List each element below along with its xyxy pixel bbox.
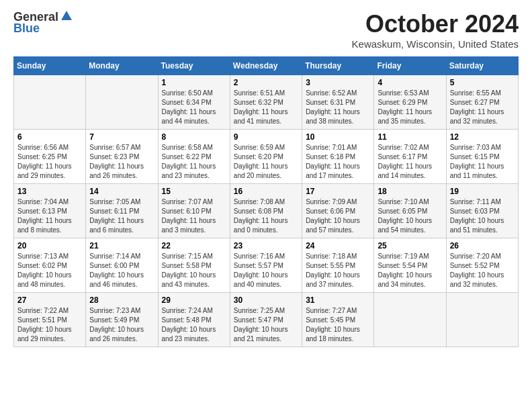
logo-blue-text: Blue [13,21,40,36]
calendar-cell: 31Sunrise: 7:27 AM Sunset: 5:45 PM Dayli… [302,293,374,347]
calendar-cell: 23Sunrise: 7:16 AM Sunset: 5:57 PM Dayli… [230,238,302,293]
day-info: Sunrise: 7:03 AM Sunset: 6:15 PM Dayligh… [450,143,515,181]
day-number: 24 [306,241,370,250]
day-number: 27 [17,295,82,305]
calendar-cell: 20Sunrise: 7:13 AM Sunset: 6:02 PM Dayli… [14,238,86,293]
calendar-week-row: 20Sunrise: 7:13 AM Sunset: 6:02 PM Dayli… [14,238,519,293]
day-number: 11 [378,132,442,142]
day-info: Sunrise: 6:58 AM Sunset: 6:22 PM Dayligh… [162,143,226,181]
calendar-cell: 28Sunrise: 7:23 AM Sunset: 5:49 PM Dayli… [86,293,158,347]
day-number: 29 [162,295,226,305]
calendar-cell: 29Sunrise: 7:24 AM Sunset: 5:48 PM Dayli… [158,293,230,347]
location-text: Kewaskum, Wisconsin, United States [352,38,519,50]
day-info: Sunrise: 7:13 AM Sunset: 6:02 PM Dayligh… [17,252,82,289]
calendar-cell: 2Sunrise: 6:51 AM Sunset: 6:32 PM Daylig… [230,75,302,130]
day-number: 12 [450,132,515,142]
day-number: 5 [450,78,515,87]
day-number: 16 [234,187,298,196]
day-number: 22 [162,241,226,250]
calendar-cell: 1Sunrise: 6:50 AM Sunset: 6:34 PM Daylig… [158,75,230,130]
day-info: Sunrise: 6:51 AM Sunset: 6:32 PM Dayligh… [234,89,298,126]
day-number: 21 [89,241,154,250]
day-info: Sunrise: 6:59 AM Sunset: 6:20 PM Dayligh… [234,143,298,181]
day-info: Sunrise: 7:04 AM Sunset: 6:13 PM Dayligh… [17,197,82,235]
calendar-week-row: 6Sunrise: 6:56 AM Sunset: 6:25 PM Daylig… [14,130,519,184]
day-number: 3 [306,78,370,87]
calendar-cell [86,75,158,130]
logo: General Blue [13,10,73,36]
calendar-cell [446,293,518,347]
day-info: Sunrise: 6:55 AM Sunset: 6:27 PM Dayligh… [450,89,515,126]
day-header-sunday: Sunday [14,57,86,75]
calendar-header-row: SundayMondayTuesdayWednesdayThursdayFrid… [14,57,519,75]
calendar-cell: 13Sunrise: 7:04 AM Sunset: 6:13 PM Dayli… [14,184,86,238]
day-info: Sunrise: 7:01 AM Sunset: 6:18 PM Dayligh… [306,143,370,181]
day-info: Sunrise: 7:09 AM Sunset: 6:06 PM Dayligh… [306,197,370,235]
day-info: Sunrise: 7:19 AM Sunset: 5:54 PM Dayligh… [378,252,442,289]
calendar-cell: 10Sunrise: 7:01 AM Sunset: 6:18 PM Dayli… [302,130,374,184]
day-number: 30 [234,295,298,305]
day-info: Sunrise: 7:18 AM Sunset: 5:55 PM Dayligh… [306,252,370,289]
calendar-cell: 17Sunrise: 7:09 AM Sunset: 6:06 PM Dayli… [302,184,374,238]
day-number: 13 [17,187,82,196]
day-header-monday: Monday [86,57,158,75]
title-area: October 2024 Kewaskum, Wisconsin, United… [352,10,519,50]
day-info: Sunrise: 6:53 AM Sunset: 6:29 PM Dayligh… [378,89,442,126]
day-number: 26 [450,241,515,250]
calendar-cell: 3Sunrise: 6:52 AM Sunset: 6:31 PM Daylig… [302,75,374,130]
logo-triangle-icon [60,9,73,24]
day-info: Sunrise: 7:05 AM Sunset: 6:11 PM Dayligh… [89,197,154,235]
calendar-cell: 6Sunrise: 6:56 AM Sunset: 6:25 PM Daylig… [14,130,86,184]
day-header-friday: Friday [374,57,446,75]
day-info: Sunrise: 7:14 AM Sunset: 6:00 PM Dayligh… [89,252,154,289]
calendar-cell: 22Sunrise: 7:15 AM Sunset: 5:58 PM Dayli… [158,238,230,293]
day-info: Sunrise: 7:16 AM Sunset: 5:57 PM Dayligh… [234,252,298,289]
day-number: 20 [17,241,82,250]
calendar-cell: 16Sunrise: 7:08 AM Sunset: 6:08 PM Dayli… [230,184,302,238]
day-header-wednesday: Wednesday [230,57,302,75]
day-header-saturday: Saturday [446,57,518,75]
day-number: 14 [89,187,154,196]
day-header-tuesday: Tuesday [158,57,230,75]
day-info: Sunrise: 7:15 AM Sunset: 5:58 PM Dayligh… [162,252,226,289]
day-info: Sunrise: 6:56 AM Sunset: 6:25 PM Dayligh… [17,143,82,181]
day-number: 2 [234,78,298,87]
calendar-week-row: 13Sunrise: 7:04 AM Sunset: 6:13 PM Dayli… [14,184,519,238]
day-info: Sunrise: 7:11 AM Sunset: 6:03 PM Dayligh… [450,197,515,235]
day-number: 25 [378,241,442,250]
day-number: 8 [162,132,226,142]
calendar-week-row: 1Sunrise: 6:50 AM Sunset: 6:34 PM Daylig… [14,75,519,130]
day-info: Sunrise: 7:07 AM Sunset: 6:10 PM Dayligh… [162,197,226,235]
day-info: Sunrise: 7:08 AM Sunset: 6:08 PM Dayligh… [234,197,298,235]
calendar-cell [374,293,446,347]
page-header: General Blue October 2024 Kewaskum, Wisc… [13,10,519,50]
svg-marker-0 [61,11,72,20]
day-number: 31 [306,295,370,305]
day-info: Sunrise: 6:52 AM Sunset: 6:31 PM Dayligh… [306,89,370,126]
calendar-cell: 19Sunrise: 7:11 AM Sunset: 6:03 PM Dayli… [446,184,518,238]
day-info: Sunrise: 7:25 AM Sunset: 5:47 PM Dayligh… [234,306,298,344]
calendar-cell: 27Sunrise: 7:22 AM Sunset: 5:51 PM Dayli… [14,293,86,347]
calendar-cell: 5Sunrise: 6:55 AM Sunset: 6:27 PM Daylig… [446,75,518,130]
calendar-cell: 21Sunrise: 7:14 AM Sunset: 6:00 PM Dayli… [86,238,158,293]
calendar-cell: 30Sunrise: 7:25 AM Sunset: 5:47 PM Dayli… [230,293,302,347]
day-header-thursday: Thursday [302,57,374,75]
month-title: October 2024 [352,10,519,38]
day-info: Sunrise: 7:02 AM Sunset: 6:17 PM Dayligh… [378,143,442,181]
day-number: 6 [17,132,82,142]
calendar-cell: 24Sunrise: 7:18 AM Sunset: 5:55 PM Dayli… [302,238,374,293]
day-number: 9 [234,132,298,142]
day-info: Sunrise: 6:57 AM Sunset: 6:23 PM Dayligh… [89,143,154,181]
day-number: 4 [378,78,442,87]
day-number: 28 [89,295,154,305]
day-info: Sunrise: 7:10 AM Sunset: 6:05 PM Dayligh… [378,197,442,235]
day-number: 15 [162,187,226,196]
day-number: 19 [450,187,515,196]
calendar-cell: 14Sunrise: 7:05 AM Sunset: 6:11 PM Dayli… [86,184,158,238]
day-number: 7 [89,132,154,142]
calendar-cell: 15Sunrise: 7:07 AM Sunset: 6:10 PM Dayli… [158,184,230,238]
calendar-cell: 18Sunrise: 7:10 AM Sunset: 6:05 PM Dayli… [374,184,446,238]
day-info: Sunrise: 6:50 AM Sunset: 6:34 PM Dayligh… [162,89,226,126]
calendar-table: SundayMondayTuesdayWednesdayThursdayFrid… [13,56,519,347]
calendar-cell: 12Sunrise: 7:03 AM Sunset: 6:15 PM Dayli… [446,130,518,184]
